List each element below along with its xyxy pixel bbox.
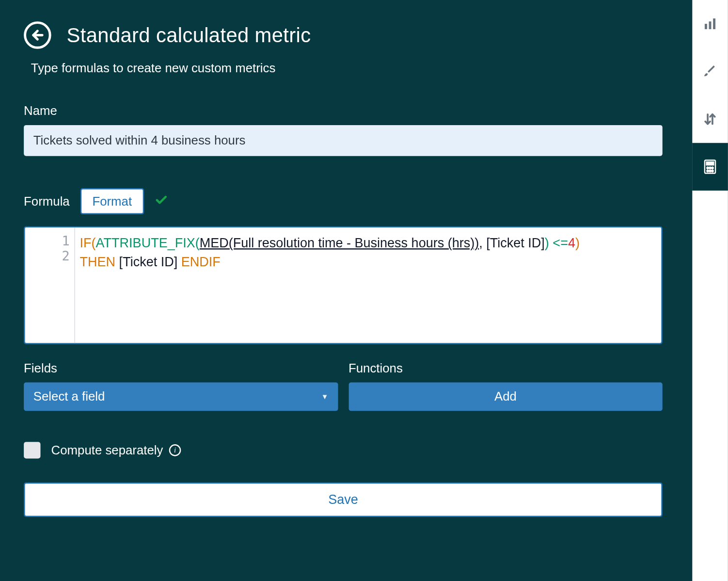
compute-separately-text: Compute separately [51,443,163,457]
token-open-paren-if: ( [92,235,96,250]
svg-rect-7 [707,162,714,165]
token-ticket-id-2: [Ticket ID] [119,254,178,269]
token-endif: ENDIF [181,254,221,269]
code-line-1: IF(ATTRIBUTE_FIX(MED(Full resolution tim… [80,233,654,252]
sidebar-sort[interactable] [692,95,728,143]
fields-select-placeholder: Select a field [33,389,105,403]
page-header: Standard calculated metric [24,21,663,48]
right-sidebar [692,0,728,581]
page-subtitle: Type formulas to create new custom metri… [31,61,663,75]
chevron-down-icon: ▼ [321,392,329,401]
svg-point-9 [709,167,711,169]
bar-chart-icon [703,16,717,31]
brush-icon [703,65,717,79]
sort-arrows-icon [703,112,717,126]
compute-separately-label: Compute separately i [51,443,181,457]
token-close-paren-if: ) [575,235,580,250]
format-button[interactable]: Format [80,188,144,214]
token-attribute-fix: ATTRIBUTE_FIX [96,235,195,250]
page-title: Standard calculated metric [67,24,311,47]
token-if: IF [80,235,92,250]
formula-header-row: Formula Format [24,188,663,214]
fields-select[interactable]: Select a field ▼ [24,382,338,411]
calculator-icon [703,159,716,175]
save-button[interactable]: Save [24,483,663,517]
back-button[interactable] [24,21,51,48]
token-open-paren-attr: ( [195,235,200,250]
code-line-2: THEN [Ticket ID] ENDIF [80,253,654,272]
line-number: 1 [25,233,70,248]
fields-column: Fields Select a field ▼ [24,361,338,411]
fields-label: Fields [24,361,338,375]
token-space [115,254,119,269]
svg-point-13 [712,170,713,172]
functions-label: Functions [348,361,663,375]
token-space [549,235,553,250]
compute-separately-checkbox[interactable] [24,442,40,458]
name-label: Name [24,104,663,118]
svg-point-8 [707,167,708,169]
formula-editor[interactable]: 1 2 IF(ATTRIBUTE_FIX(MED(Full resolution… [24,226,663,344]
editor-code[interactable]: IF(ATTRIBUTE_FIX(MED(Full resolution tim… [75,227,662,343]
sidebar-chart[interactable] [692,0,728,48]
arrow-left-icon [31,28,45,42]
svg-point-12 [709,170,711,172]
formula-valid-check-icon [155,193,168,209]
token-comma: , [479,235,486,250]
svg-point-11 [707,170,708,172]
line-number: 2 [25,248,70,263]
svg-rect-2 [709,21,712,29]
token-ticket-id-1: [Ticket ID] [486,235,545,250]
add-function-button[interactable]: Add [348,382,663,411]
svg-rect-3 [713,18,715,29]
token-close-paren-attr: ) [545,235,549,250]
compute-separately-row: Compute separately i [24,442,663,458]
svg-rect-1 [705,24,707,29]
name-input[interactable] [24,125,663,156]
main-panel: Standard calculated metric Type formulas… [0,0,692,581]
functions-column: Functions Add [348,361,663,411]
token-then: THEN [80,254,116,269]
svg-point-10 [712,167,713,169]
formula-label: Formula [24,194,70,208]
sidebar-calculator[interactable] [692,143,728,191]
editor-gutter: 1 2 [25,227,75,343]
info-icon[interactable]: i [169,444,181,456]
token-four: 4 [568,235,575,250]
token-med-expr: MED(Full resolution time - Business hour… [200,235,479,250]
token-lteq: <= [553,235,568,250]
sidebar-brush[interactable] [692,48,728,95]
